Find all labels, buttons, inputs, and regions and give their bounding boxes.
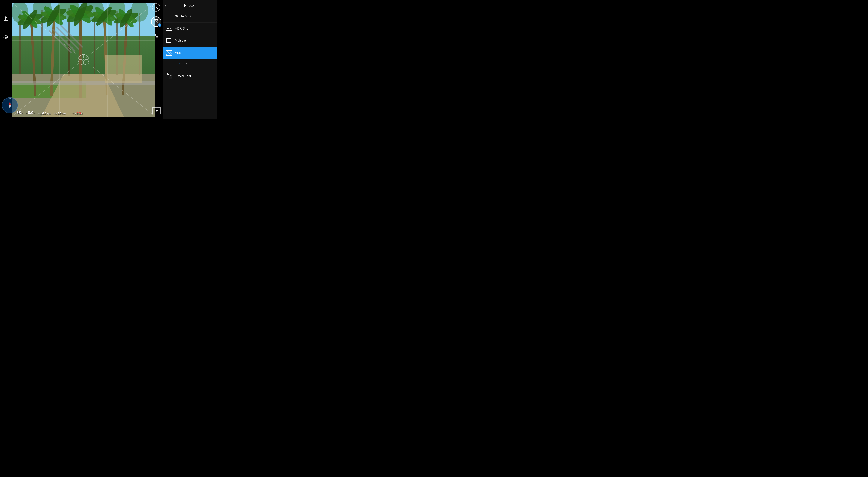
hdr-shot-item[interactable]: HDR HDR Shot: [162, 23, 217, 35]
single-shot-label: Single Shot: [175, 14, 191, 18]
photo-header: ‹ Photo: [162, 0, 217, 10]
hdr-shot-icon: HDR: [165, 25, 172, 32]
progress-bar-container: [11, 119, 155, 119]
far-right-panel: 5: [151, 0, 162, 119]
back-button[interactable]: ‹: [165, 4, 166, 8]
svg-point-60: [5, 37, 7, 39]
svg-rect-58: [4, 20, 8, 21]
camera-flip-button[interactable]: [152, 3, 160, 11]
aeb-option-5[interactable]: 5: [183, 61, 191, 67]
aeb-sub-options: 3 5: [162, 59, 217, 70]
upload-button[interactable]: [2, 15, 9, 23]
svg-point-96: [156, 36, 158, 37]
aeb-option-3[interactable]: 3: [175, 61, 183, 67]
settings-button[interactable]: [154, 33, 159, 39]
single-shot-item[interactable]: Single Shot: [162, 10, 217, 23]
aeb-icon: [165, 50, 172, 56]
timed-shot-item[interactable]: Timed Shot: [162, 70, 217, 82]
svg-point-95: [155, 34, 156, 35]
hdr-shot-label: HDR Shot: [175, 27, 189, 30]
photo-title: Photo: [168, 3, 209, 8]
multiple-icon: [165, 37, 172, 44]
shutter-badge: 5: [158, 23, 161, 27]
svg-point-82: [169, 76, 172, 79]
svg-marker-59: [4, 16, 7, 20]
orbit-button[interactable]: [2, 34, 9, 42]
timed-shot-label: Timed Shot: [175, 74, 191, 78]
progress-bar: [11, 119, 98, 119]
compass: N: [1, 97, 18, 114]
multiple-item[interactable]: Multiple: [162, 35, 217, 47]
svg-point-85: [156, 7, 157, 8]
single-shot-icon: [165, 13, 172, 20]
timed-shot-icon: [165, 73, 172, 80]
playback-button[interactable]: [153, 107, 161, 114]
hdr-badge: HDR: [165, 27, 172, 31]
aeb-item[interactable]: AEB: [162, 47, 217, 59]
shutter-button[interactable]: 5: [151, 17, 161, 27]
multiple-label: Multiple: [175, 39, 186, 42]
svg-marker-97: [156, 110, 158, 112]
svg-marker-61: [3, 37, 4, 38]
photo-menu-panel: ‹ Photo Single Shot HDR HDR Shot Multipl…: [162, 0, 217, 119]
camera-viewport: [11, 3, 155, 117]
svg-rect-72: [166, 14, 172, 19]
aeb-label: AEB: [175, 51, 181, 55]
